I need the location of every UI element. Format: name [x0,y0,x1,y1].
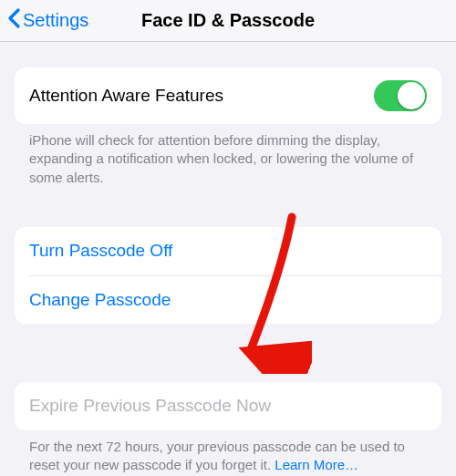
attention-aware-toggle[interactable] [374,80,427,111]
expire-passcode-label: Expire Previous Passcode Now [29,396,271,416]
attention-aware-label: Attention Aware Features [29,86,223,106]
toggle-knob [398,82,425,109]
attention-aware-row[interactable]: Attention Aware Features [15,67,441,124]
change-passcode-label: Change Passcode [29,290,171,310]
turn-passcode-off-button[interactable]: Turn Passcode Off [15,227,441,275]
attention-aware-group: Attention Aware Features [15,67,441,124]
passcode-actions-group: Turn Passcode Off Change Passcode [15,227,441,324]
chevron-left-icon [7,8,21,33]
turn-passcode-off-label: Turn Passcode Off [29,241,172,261]
back-label: Settings [23,10,88,31]
expire-passcode-footer: For the next 72 hours, your previous pas… [29,438,427,475]
learn-more-link[interactable]: Learn More… [275,457,358,472]
change-passcode-button[interactable]: Change Passcode [29,275,441,324]
attention-aware-footer: iPhone will check for attention before d… [29,131,427,187]
nav-bar: Settings Face ID & Passcode [0,0,456,42]
expire-passcode-button[interactable]: Expire Previous Passcode Now [15,382,441,430]
back-button[interactable]: Settings [7,8,88,33]
expire-passcode-group: Expire Previous Passcode Now [15,382,441,430]
